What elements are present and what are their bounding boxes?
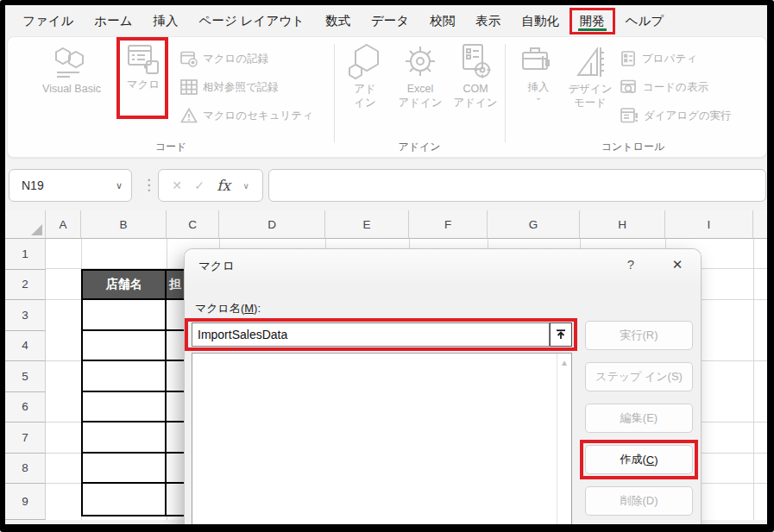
addins-label-line2: イン: [354, 96, 376, 110]
column-header-e[interactable]: E: [325, 210, 409, 239]
column-header-h[interactable]: H: [580, 210, 665, 239]
use-relative-references-button[interactable]: 相対参照で記録: [180, 74, 334, 100]
tab-insert[interactable]: 挿入: [143, 8, 189, 34]
column-header-partial[interactable]: [753, 210, 769, 239]
table-header-store[interactable]: 店舗名: [83, 271, 167, 298]
addins-button[interactable]: アド イン: [339, 42, 391, 139]
arrow-up-from-bar-icon: [555, 329, 567, 341]
tab-automate[interactable]: 自動化: [511, 8, 569, 34]
edit-button[interactable]: 編集(E): [585, 404, 693, 433]
cancel-icon[interactable]: ✕: [172, 178, 182, 192]
dialog-title: マクロ: [198, 259, 234, 274]
visual-basic-button[interactable]: Visual Basic: [32, 44, 111, 130]
excel-window: ファイル ホーム 挿入 ページ レイアウト 数式 データ 校閲 表示 自動化 開…: [0, 0, 774, 532]
excel-addins-button[interactable]: Excel アドイン: [393, 42, 447, 139]
enter-icon[interactable]: ✓: [194, 178, 205, 192]
tab-formulas[interactable]: 数式: [315, 8, 361, 34]
properties-icon: [620, 50, 637, 67]
row-header-7[interactable]: 7: [5, 422, 46, 454]
column-header-i[interactable]: I: [665, 210, 753, 239]
view-code-button[interactable]: コードの表示: [620, 74, 763, 100]
row-header-9[interactable]: 9: [5, 484, 46, 520]
tab-review[interactable]: 校閲: [419, 8, 465, 34]
name-box[interactable]: N19 ∨: [9, 169, 132, 202]
com-addins-label-line2: アドイン: [453, 96, 497, 110]
warning-triangle-icon: [180, 107, 198, 124]
row-header-4[interactable]: 4: [5, 331, 46, 362]
macro-list-scrollbar[interactable]: ▲: [557, 354, 571, 531]
design-mode-label-line2: モード: [574, 96, 607, 110]
macros-button[interactable]: マクロ: [121, 41, 166, 124]
macros-icon: [125, 41, 161, 78]
row-header-8[interactable]: 8: [5, 454, 46, 485]
help-icon[interactable]: ?: [620, 257, 641, 272]
visual-basic-label: Visual Basic: [42, 82, 101, 96]
addins-group-label: アドイン: [334, 140, 505, 153]
close-icon[interactable]: ✕: [666, 257, 689, 272]
com-addins-button[interactable]: COM アドイン: [450, 42, 501, 139]
insert-function-icon[interactable]: fx: [217, 177, 230, 194]
column-header-g[interactable]: G: [488, 210, 580, 239]
tab-file[interactable]: ファイル: [12, 8, 84, 34]
formula-input[interactable]: [268, 169, 766, 202]
row-header-3[interactable]: 3: [5, 300, 46, 331]
tab-page-layout[interactable]: ページ レイアウト: [189, 8, 315, 34]
toolbox-icon: [520, 42, 557, 80]
run-dialog-button[interactable]: ダイアログの実行: [620, 103, 763, 128]
table-cell[interactable]: [83, 484, 167, 515]
step-into-button[interactable]: ステップ イン(S): [585, 362, 693, 391]
row-header-2[interactable]: 2: [5, 270, 46, 301]
group-separator: [505, 44, 506, 142]
macro-name-expand-button[interactable]: [550, 322, 572, 347]
table-cell[interactable]: [83, 392, 167, 422]
row-header-6[interactable]: 6: [5, 392, 46, 423]
group-separator: [334, 44, 335, 142]
formula-bar-drag-handle[interactable]: ⋮: [142, 174, 154, 197]
select-all-corner[interactable]: [5, 210, 46, 239]
scroll-up-icon[interactable]: ▲: [560, 358, 569, 531]
create-button[interactable]: 作成(C): [585, 445, 693, 474]
properties-button[interactable]: プロパティ: [620, 46, 763, 72]
table-cell[interactable]: [83, 300, 167, 329]
tab-data[interactable]: データ: [361, 8, 419, 34]
table-cell[interactable]: [83, 454, 167, 483]
fx-dropdown-icon[interactable]: ∨: [243, 181, 249, 191]
name-box-dropdown-icon[interactable]: ∨: [116, 180, 123, 191]
design-mode-button[interactable]: デザイン モード: [562, 42, 619, 139]
gridline: [753, 239, 754, 520]
tab-home[interactable]: ホーム: [84, 8, 142, 34]
macros-label: マクロ: [127, 78, 160, 91]
macro-security-label: マクロのセキュリティ: [203, 109, 313, 123]
table-cell[interactable]: [83, 422, 167, 452]
column-header-a[interactable]: A: [46, 210, 81, 239]
insert-controls-button[interactable]: 挿入 ⌄: [517, 42, 560, 139]
view-code-label: コードの表示: [643, 80, 708, 95]
table-cell[interactable]: [83, 361, 167, 391]
tab-help[interactable]: ヘルプ: [615, 8, 675, 34]
macro-dialog: マクロ ? ✕ マクロ名(M): ImportSalesData ▲ 実行(R)…: [185, 249, 701, 532]
column-header-d[interactable]: D: [219, 210, 325, 239]
macro-list[interactable]: ▲: [192, 353, 572, 532]
run-button[interactable]: 実行(R): [585, 321, 693, 350]
delete-button[interactable]: 削除(D): [585, 486, 693, 516]
column-header-f[interactable]: F: [409, 210, 488, 239]
tab-developer[interactable]: 開発: [569, 8, 615, 34]
run-dialog-label: ダイアログの実行: [644, 109, 732, 123]
view-code-icon: [620, 78, 638, 96]
tab-view[interactable]: 表示: [465, 8, 511, 34]
row-header-1[interactable]: 1: [5, 239, 46, 270]
macro-name-input[interactable]: ImportSalesData: [192, 322, 550, 347]
create-button-label-mnemonic: C: [646, 454, 654, 466]
row-header-5[interactable]: 5: [5, 361, 46, 392]
formula-controls: ✕ ✓ fx ∨: [158, 169, 263, 202]
create-button-label-pre: 作成(: [620, 452, 645, 467]
column-header-b[interactable]: B: [81, 210, 167, 239]
macro-security-button[interactable]: マクロのセキュリティ: [180, 103, 334, 128]
com-addins-icon: [456, 42, 494, 82]
column-header-c[interactable]: C: [167, 210, 219, 239]
properties-label: プロパティ: [642, 52, 697, 66]
table-cell[interactable]: [83, 331, 167, 360]
tab-developer-label: 開発: [580, 14, 605, 28]
name-box-value: N19: [22, 178, 44, 192]
record-macro-button[interactable]: マクロの記録: [180, 46, 334, 72]
